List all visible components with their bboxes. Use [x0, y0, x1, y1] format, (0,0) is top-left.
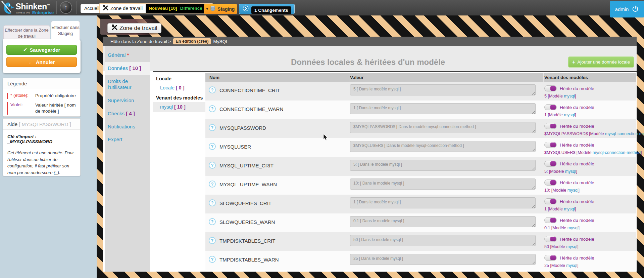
help-question-icon[interactable]: ?: [209, 86, 216, 93]
toggle-knob: [550, 86, 556, 91]
nav-item-droits-utilisateur[interactable]: Droits de l'utilisateur: [105, 75, 150, 94]
inherit-label: Hérite du modèle: [560, 124, 594, 129]
origin-model-link[interactable]: mysql-connection-method: [605, 131, 644, 136]
app-root: Shinken™ 02.08.01-001 Enterprise ↑ Accue…: [0, 0, 644, 278]
workzone-menu-button[interactable]: Zone de travail Nouveau [10] Différence …: [99, 3, 213, 13]
help-question-icon[interactable]: ?: [209, 199, 216, 206]
inherit-toggle[interactable]: [544, 85, 557, 91]
inherit-toggle[interactable]: [544, 198, 557, 204]
subnav-item-count: [ 0 ]: [176, 85, 185, 90]
help-question-icon[interactable]: ?: [209, 256, 216, 263]
staging-dropdown-button[interactable]: ▾ Staging: [204, 4, 237, 14]
value-textarea[interactable]: [350, 178, 536, 190]
nav-item-label: Supervision: [108, 97, 134, 103]
origin-model-link[interactable]: mysql: [566, 244, 577, 249]
origin-line: $MYSQLPASSWORD$ [Modèle mysql-connection…: [544, 131, 644, 136]
value-textarea[interactable]: [350, 254, 536, 265]
cancel-button[interactable]: ← Annuler: [6, 57, 77, 67]
column-header-valeur: Valeur: [350, 73, 364, 82]
legend-item: Violet:Valeur héritée [ nom de modèle ]: [7, 102, 76, 114]
value-textarea[interactable]: [350, 84, 536, 95]
value-textarea[interactable]: [350, 235, 536, 246]
origin-prefix: 1 [Modèle: [544, 113, 564, 117]
origin-model-link[interactable]: mysql: [565, 169, 576, 174]
add-local-data-button[interactable]: + Ajouter une donnée locale: [568, 56, 634, 68]
nav-item-donnees[interactable]: Données [ 10 ]: [105, 62, 150, 75]
help-question-icon[interactable]: ?: [209, 105, 216, 112]
inherit-toggle[interactable]: [544, 180, 557, 186]
caret-down-icon: ▾: [206, 7, 208, 11]
save-button[interactable]: ✔ Sauvegarder: [6, 45, 77, 55]
origin-prefix: 5: [Modèle: [544, 169, 565, 174]
inherit-label: Hérite du modèle: [560, 180, 594, 185]
inherit-toggle[interactable]: [544, 161, 557, 167]
inherit-toggle[interactable]: [544, 142, 557, 148]
scroll-top-button[interactable]: ↑: [60, 1, 72, 14]
origin-suffix: ]: [578, 226, 579, 230]
inherit-toggle[interactable]: [544, 104, 557, 110]
inherit-toggle[interactable]: [544, 236, 557, 242]
row-name: MYSQLUSER: [219, 144, 251, 150]
changes-button[interactable]: 1 Changements: [239, 4, 295, 14]
changes-count-badge: 1 Changements: [251, 6, 291, 14]
help-question-icon[interactable]: ?: [209, 181, 216, 188]
inherit-toggle[interactable]: [544, 217, 557, 223]
help-question-icon[interactable]: ?: [209, 162, 216, 169]
origin-model-link[interactable]: mysql: [564, 113, 575, 117]
legend-desc: Valeur héritée [ nom de modèle ]: [35, 102, 76, 114]
save-label: Sauvegarder: [30, 47, 60, 53]
user-menu-button[interactable]: admin: [610, 1, 644, 17]
toggle-knob: [550, 180, 556, 185]
inherit-toggle[interactable]: [544, 255, 557, 261]
value-textarea[interactable]: [350, 197, 536, 208]
origin-model-link[interactable]: mysql: [567, 226, 579, 230]
origin-line: 5 [Modèle mysql]: [544, 94, 576, 98]
tab-effectuer-zone-travail[interactable]: Effectuer dans la Zone de travail: [3, 25, 50, 40]
origin-model-link[interactable]: mysql: [564, 207, 575, 211]
help-text: Cet élément est une donnée. Pour l'utili…: [7, 150, 76, 176]
origin-model-link[interactable]: mysql-connection-method: [593, 150, 641, 155]
tab-effectuer-staging[interactable]: Effectuer dans Staging: [51, 21, 80, 40]
help-question-icon[interactable]: ?: [209, 218, 216, 225]
row-name: MYSQL_UPTIME_CRIT: [219, 163, 274, 168]
status-badge: En édition (créé): [173, 38, 211, 44]
workzone-label-segment[interactable]: Zone de travail: [100, 4, 146, 13]
help-question-icon[interactable]: ?: [209, 237, 216, 244]
help-question-icon[interactable]: ?: [209, 124, 216, 131]
origin-model-link[interactable]: mysql: [564, 94, 575, 98]
origin-model-link[interactable]: mysql: [567, 188, 579, 193]
origin-model-link[interactable]: mysql: [566, 263, 577, 268]
nav-item-general[interactable]: Général *: [105, 49, 150, 62]
table-row: ? SLOWQUERIES_WARN Hérite du modèle 0.1 …: [205, 213, 636, 232]
row-name: TMPDISKTABLES_WARN: [219, 257, 279, 263]
value-textarea[interactable]: [350, 216, 536, 227]
topbar-divider-2: [77, 1, 77, 14]
toggle-knob: [550, 218, 556, 223]
origin-line: 0.1 [Modèle mysql]: [544, 226, 580, 230]
help-question-icon[interactable]: ?: [209, 143, 216, 150]
value-textarea[interactable]: [350, 103, 536, 114]
subnav-item-locale[interactable]: Locale [ 0 ]: [153, 83, 205, 93]
column-separator: [543, 73, 544, 82]
content-nav: Général *Données [ 10 ]Droits de l'utili…: [105, 46, 150, 272]
subnav-item-mysql[interactable]: mysql [ 10 ]: [153, 102, 205, 112]
nav-item-checks[interactable]: Checks [ 4 ]: [105, 107, 150, 120]
toggle-knob: [550, 143, 556, 147]
value-textarea[interactable]: [350, 141, 536, 152]
staging-label: Staging: [217, 6, 235, 12]
nav-item-label: Général: [108, 52, 126, 58]
help-title: Aide [ MYSQLPASSWORD ]: [3, 119, 80, 130]
origin-prefix: 10: [Modèle: [544, 188, 567, 193]
value-textarea[interactable]: [350, 160, 536, 171]
legend-title: Légende: [3, 78, 80, 89]
table-row: ? TMPDISKTABLES_WARN Hérite du modèle 25…: [205, 251, 636, 270]
nav-item-notifications[interactable]: Notifications: [105, 120, 150, 133]
nav-item-expert[interactable]: Expert: [105, 133, 150, 146]
new-count-badge: Nouveau [10]: [149, 6, 177, 11]
nav-item-supervision[interactable]: Supervision: [105, 94, 150, 107]
inherit-toggle[interactable]: [544, 123, 557, 129]
shinken-logo-icon: [1, 1, 15, 16]
value-textarea[interactable]: [350, 122, 536, 133]
legend-desc: Propriété obligatoire: [35, 93, 76, 99]
subnav-item-label: mysql: [160, 104, 174, 110]
